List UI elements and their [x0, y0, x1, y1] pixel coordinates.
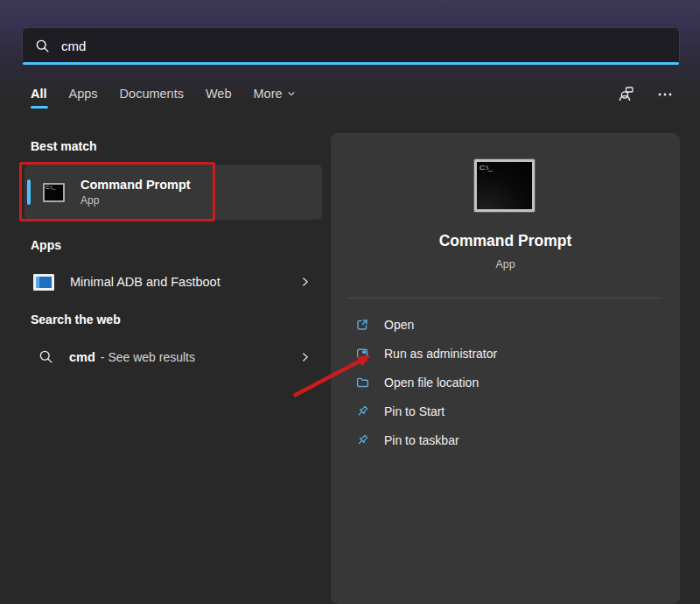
chevron-down-icon: [287, 89, 296, 98]
chevron-right-icon[interactable]: [299, 276, 312, 288]
tab-all[interactable]: All: [31, 87, 47, 109]
app-result-minimal-adb[interactable]: Minimal ADB and Fastboot: [24, 265, 322, 298]
tab-documents[interactable]: Documents: [120, 87, 184, 109]
action-list: Open Run as administrator Open file loca…: [331, 310, 680, 454]
more-options-ellipsis-icon[interactable]: [656, 86, 674, 103]
action-run-as-administrator[interactable]: Run as administrator: [331, 339, 680, 368]
pin-icon: [355, 404, 369, 418]
windows-search-flyout: All Apps Documents Web More Best match C…: [0, 0, 700, 604]
open-external-icon: [355, 318, 369, 332]
divider: [348, 298, 662, 298]
search-input[interactable]: [61, 39, 586, 53]
action-pin-to-taskbar[interactable]: Pin to taskbar: [331, 425, 680, 454]
web-suffix-text: - See web results: [101, 350, 195, 364]
tab-apps[interactable]: Apps: [69, 87, 98, 109]
run-as-admin-icon: [355, 347, 369, 361]
search-icon: [38, 349, 53, 364]
command-prompt-large-icon: C:\_: [474, 159, 535, 212]
tab-more[interactable]: More: [254, 87, 296, 109]
folder-icon: [355, 376, 369, 390]
action-open[interactable]: Open: [331, 310, 680, 339]
search-the-web-header: Search the web: [31, 313, 121, 327]
search-filter-tabs: All Apps Documents Web More: [31, 87, 296, 109]
best-match-result-command-prompt[interactable]: C:\_ Command Prompt App: [24, 165, 322, 220]
web-query-text: cmd: [69, 350, 95, 364]
preview-panel: C:\_ Command Prompt App Open Run as admi…: [331, 133, 680, 604]
preview-title: Command Prompt: [331, 232, 680, 250]
search-icon: [35, 39, 50, 53]
adb-app-icon: [33, 274, 54, 291]
best-match-header: Best match: [31, 139, 96, 153]
action-open-file-location[interactable]: Open file location: [331, 368, 680, 397]
result-title: Command Prompt: [80, 178, 191, 192]
command-prompt-icon: C:\_: [43, 183, 65, 202]
feedback-account-icon[interactable]: [616, 85, 635, 104]
selection-accent-bar: [27, 179, 31, 205]
action-pin-to-start[interactable]: Pin to Start: [331, 397, 680, 425]
result-subtitle: App: [80, 194, 191, 207]
chevron-right-icon[interactable]: [299, 351, 312, 363]
web-result-cmd[interactable]: cmd - See web results: [24, 341, 322, 373]
preview-subtitle: App: [331, 258, 680, 270]
topbar-icons: [616, 85, 674, 104]
tab-web[interactable]: Web: [206, 87, 232, 109]
pin-icon: [355, 433, 369, 447]
search-box[interactable]: [22, 27, 680, 63]
apps-header: Apps: [31, 238, 61, 252]
